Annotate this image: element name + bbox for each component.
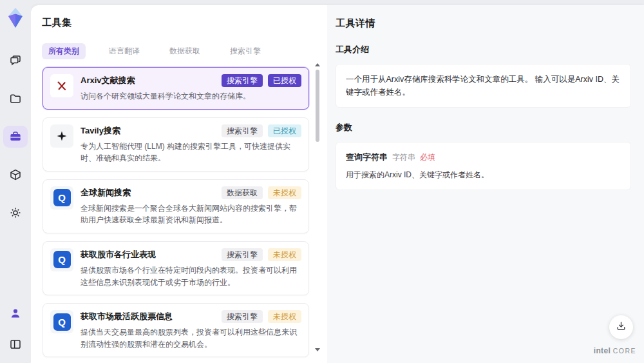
toolbox-icon [9,130,22,143]
scroll-up-arrow[interactable] [315,63,320,66]
chat-icon [9,54,22,67]
sidebar-item-tools[interactable] [3,126,28,148]
page-title: 工具集 [42,17,327,29]
tool-name: Arxiv文献搜索 [80,74,135,86]
news-icon: Q [50,186,73,210]
auth-status-badge: 已授权 [268,124,301,137]
tab-all-categories[interactable]: 所有类别 [42,43,86,59]
cube-icon [9,168,22,181]
tool-list-scrollbar[interactable] [315,63,320,351]
folder-icon [9,92,22,105]
tool-card-sector-performance[interactable]: Q 获取股市各行业表现 搜索引擎 未授权 提供股票市场各个行业在特定时间段内的表… [43,241,309,295]
sidebar-item-packages[interactable] [3,164,28,186]
category-badge: 搜索引擎 [222,74,263,87]
tool-list: Arxiv文献搜索 搜索引擎 已授权 访问各个研究领域大量科学论文和文章的存储库… [42,66,327,361]
intro-text: 一个用于从Arxiv存储库搜索科学论文和文章的工具。 输入可以是Arxiv ID… [346,75,620,97]
category-badge: 数据获取 [222,186,263,199]
details-title: 工具详情 [336,17,631,30]
download-icon [616,320,627,334]
tool-description: 提供股票市场各个行业在特定时间段内的表现。投资者可以利用这些信息来识别表现优于或… [80,264,301,288]
tool-card-global-news[interactable]: Q 全球新闻搜索 数据获取 未授权 全球新闻搜索是一个聚合全球各大新闻网站内容的… [43,179,309,233]
param-type: 字符串 [392,152,415,164]
gear-icon [9,206,22,219]
main-card: 工具集 所有类别 语言翻译 数据获取 搜索引擎 Arxiv文献搜索 [31,5,644,363]
scroll-down-arrow[interactable] [315,348,320,351]
tool-details-panel: 工具详情 工具介绍 一个用于从Arxiv存储库搜索科学论文和文章的工具。 输入可… [327,5,644,363]
user-profile-button[interactable] [3,302,28,324]
params-heading: 参数 [336,122,631,133]
star-icon [50,124,73,148]
tool-card-most-active-stocks[interactable]: Q 获取市场最活跃股票信息 搜索引擎 未授权 提供当天交易量最高的股票列表，投资… [43,303,309,357]
scrollbar-thumb[interactable] [316,70,319,142]
sidebar-item-chat[interactable] [3,50,28,72]
auth-status-badge: 未授权 [268,310,301,323]
sidebar-item-files[interactable] [3,88,28,110]
category-tabs: 所有类别 语言翻译 数据获取 搜索引擎 [42,43,327,59]
tab-language-translation[interactable]: 语言翻译 [102,43,146,59]
tool-description: 专为人工智能代理 (LLM) 构建的搜索引擎工具，可快速提供实时、准确和真实的结… [80,141,301,164]
auth-status-badge: 未授权 [268,248,301,261]
param-name: 查询字符串 [346,151,388,164]
category-badge: 搜索引擎 [222,310,263,323]
tab-search-engine[interactable]: 搜索引擎 [223,43,267,59]
rail-nav [3,50,28,224]
intro-box: 一个用于从Arxiv存储库搜索科学论文和文章的工具。 输入可以是Arxiv ID… [336,64,631,108]
tool-description: 访问各个研究领域大量科学论文和文章的存储库。 [80,90,301,103]
tab-data-fetching[interactable]: 数据获取 [163,43,207,59]
arxiv-icon [50,74,73,97]
intel-core-logo: intel core [594,346,636,355]
tool-description: 提供当天交易量最高的股票列表，投资者可以利用这些信息来识别流动性强的股票和潜在的… [80,326,301,350]
tool-card-arxiv[interactable]: Arxiv文献搜索 搜索引擎 已授权 访问各个研究领域大量科学论文和文章的存储库… [43,67,309,110]
intro-heading: 工具介绍 [336,44,631,55]
tool-name: 全球新闻搜索 [80,186,131,199]
rail-bottom [0,302,31,355]
tool-description: 全球新闻搜索是一个聚合全球各大新闻网站内容的搜索引擎，帮助用户快速获取全球最新资… [80,202,301,226]
user-icon [9,307,22,320]
tool-name: Tavily搜索 [80,124,120,137]
panel-toggle-icon [9,338,22,351]
param-required-badge: 必填 [420,152,435,164]
param-description: 用于搜索的Arxiv ID、关键字或作者姓名。 [346,169,621,181]
tool-card-tavily[interactable]: Tavily搜索 搜索引擎 已授权 专为人工智能代理 (LLM) 构建的搜索引擎… [43,117,309,172]
left-rail [0,0,31,363]
news-icon: Q [50,310,73,333]
news-icon: Q [50,248,73,271]
auth-status-badge: 已授权 [268,74,301,87]
app-logo[interactable] [5,6,26,30]
download-button[interactable] [609,315,633,339]
collapse-panel-button[interactable] [3,333,28,355]
category-badge: 搜索引擎 [222,124,263,137]
tools-panel: 工具集 所有类别 语言翻译 数据获取 搜索引擎 Arxiv文献搜索 [31,5,327,363]
category-badge: 搜索引擎 [222,248,263,261]
sidebar-item-settings[interactable] [3,202,28,224]
auth-status-badge: 未授权 [268,186,301,199]
tool-name: 获取市场最活跃股票信息 [80,310,173,322]
param-box: 查询字符串 字符串 必填 用于搜索的Arxiv ID、关键字或作者姓名。 [336,142,631,190]
tool-name: 获取股市各行业表现 [80,248,156,260]
